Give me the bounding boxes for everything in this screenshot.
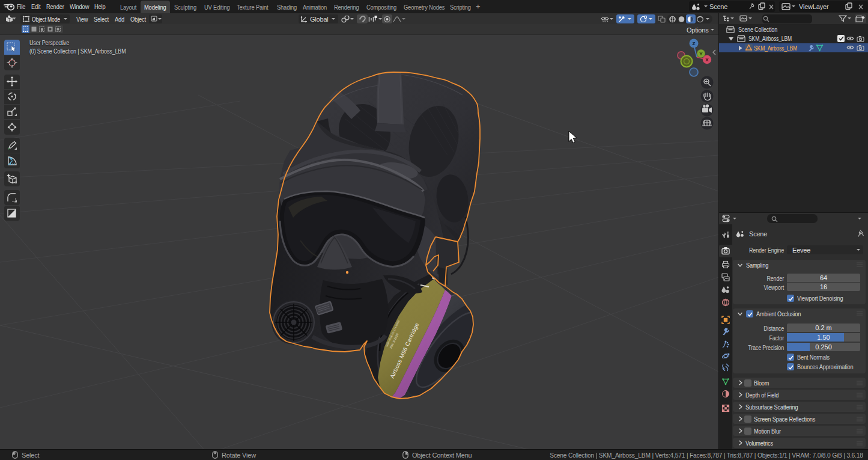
- svg-text:X: X: [705, 57, 709, 63]
- svg-text:Z: Z: [693, 41, 696, 46]
- svg-text:Y: Y: [699, 51, 703, 57]
